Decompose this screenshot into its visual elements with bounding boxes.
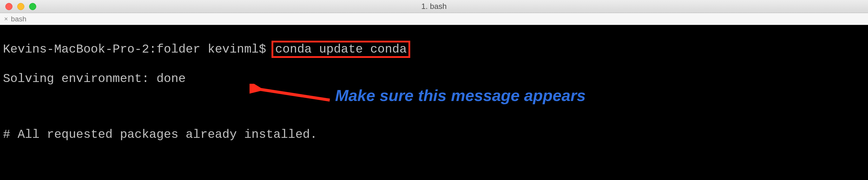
tab-bar: × bash [0,13,868,25]
tab-label[interactable]: bash [11,15,26,23]
zoom-icon[interactable] [29,3,36,10]
tab-close-icon[interactable]: × [4,16,8,22]
terminal-line-4: # All requested packages already install… [3,128,865,142]
command-highlight: conda update conda [272,41,410,58]
minimize-icon[interactable] [17,3,24,10]
terminal-output[interactable]: Kevins-MacBook-Pro-2:folder kevinml$ con… [0,25,868,180]
traffic-lights [0,3,36,10]
prompt: Kevins-MacBook-Pro-2:folder kevinml$ [3,42,273,56]
window-title: 1. bash [421,2,446,11]
terminal-line-3 [3,100,865,114]
window-titlebar: 1. bash [0,0,868,13]
command-text: conda update conda [275,42,407,56]
terminal-line-2: Solving environment: done [3,72,865,86]
close-icon[interactable] [5,3,12,10]
terminal-line-5 [3,155,865,169]
svg-line-1 [258,89,330,100]
terminal-line-1: Kevins-MacBook-Pro-2:folder kevinml$ con… [3,41,865,58]
